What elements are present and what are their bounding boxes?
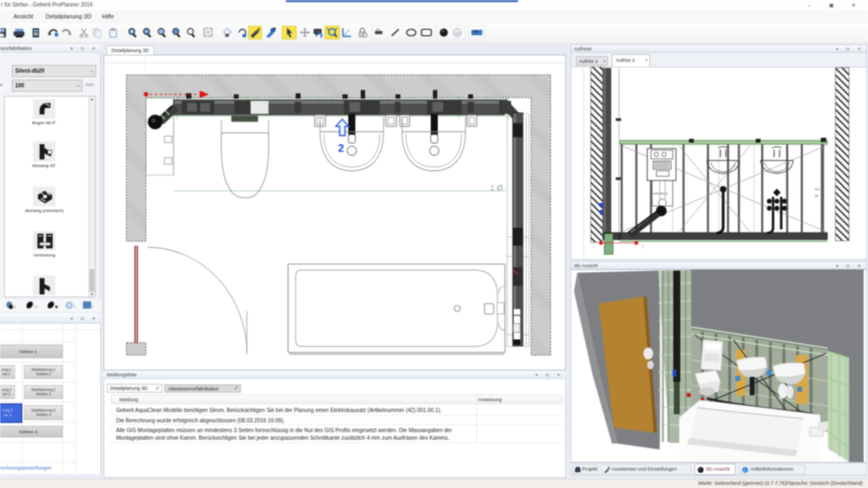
- svg-text:rung 3: rung 3: [3, 408, 13, 413]
- svg-text:440.461.0: 440.461.0: [653, 192, 668, 195]
- svg-text:Stabilisierung 1: Stabilisierung 1: [31, 368, 56, 372]
- svg-text:1 Ø: 1 Ø: [490, 183, 503, 192]
- svg-text:Stabilisierung 2: Stabilisierung 2: [31, 388, 56, 392]
- svg-text:90: 90: [815, 194, 819, 197]
- svg-text:L: L: [14, 305, 16, 309]
- svg-text:abc: abc: [376, 28, 381, 31]
- svg-text:Sektion 1: Sektion 1: [19, 349, 37, 354]
- svg-text:O: O: [34, 305, 37, 309]
- svg-text:L: L: [74, 305, 76, 309]
- svg-text:111: 111: [815, 188, 820, 191]
- svg-text:2: 2: [338, 142, 344, 154]
- svg-text:Sektion 4: Sektion 4: [19, 429, 37, 434]
- svg-text:ion 1: ion 1: [3, 372, 10, 376]
- svg-text:1: 1: [642, 245, 644, 248]
- svg-text:i: i: [744, 467, 745, 473]
- svg-text:L: L: [92, 305, 94, 309]
- svg-text:rung 1: rung 1: [2, 368, 12, 372]
- svg-text:ion 3: ion 3: [4, 413, 11, 417]
- svg-text:ion 2: ion 2: [3, 392, 10, 396]
- svg-text:Sektion 3: Sektion 3: [36, 392, 50, 396]
- svg-text:rung 2: rung 2: [2, 388, 12, 392]
- svg-text:Stabilisierung 3: Stabilisierung 3: [31, 408, 56, 413]
- svg-text:Sektion 4: Sektion 4: [36, 413, 50, 416]
- svg-text:Sektion 2: Sektion 2: [36, 372, 50, 376]
